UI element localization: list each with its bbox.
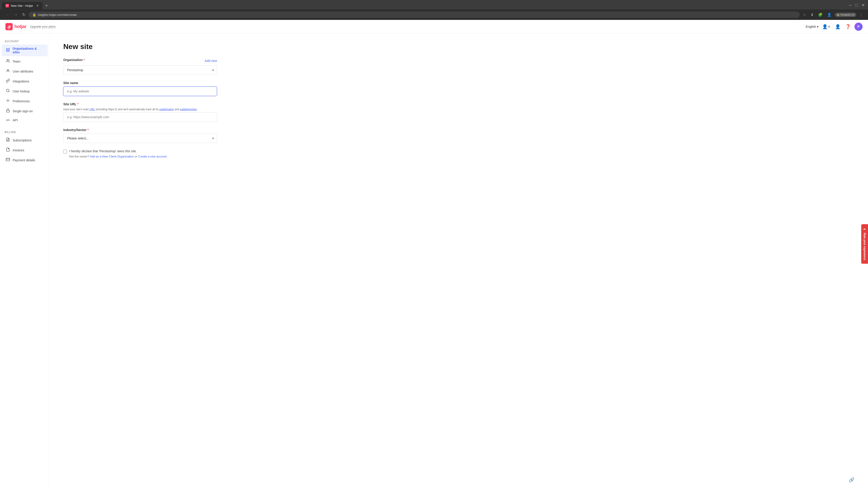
ownership-checkbox-row: I hereby declare that 'Perstashop' owns … [63, 149, 217, 153]
organization-group: Organization * Add new Perstashop ▾ [63, 58, 217, 75]
sidebar-item-label: Integrations [13, 79, 29, 83]
language-label: English [806, 25, 816, 29]
organization-select-wrapper: Perstashop ▾ [63, 65, 217, 75]
maximize-button[interactable]: □ [854, 2, 859, 8]
sidebar-item-label: Organizations & sites [12, 47, 44, 54]
url-link[interactable]: URL [90, 108, 95, 111]
forward-button[interactable]: → [12, 11, 19, 18]
not-owner-text: Not the owner? Add as a New Client Organ… [69, 155, 217, 158]
reload-button[interactable]: ↻ [21, 11, 27, 18]
url-text: insights.hotjar.com/site/create [38, 13, 76, 17]
industry-select[interactable]: Please select... [63, 133, 217, 143]
organization-label-row: Organization * Add new [63, 58, 217, 64]
sidebar-item-user-lookup[interactable]: User lookup [2, 86, 48, 96]
sidebar-item-user-attributes[interactable]: User attributes [2, 66, 48, 76]
rate-experience-sidebar[interactable]: ✏ Rate your experience [861, 224, 868, 264]
sidebar-item-label: User attributes [13, 70, 33, 73]
ownership-group: I hereby declare that 'Perstashop' owns … [63, 149, 217, 158]
browser-tab[interactable]: H New Site - Hotjar ✕ [2, 2, 42, 9]
new-tab-button[interactable]: + [43, 2, 50, 9]
add-user-icon: 👤 [835, 24, 841, 29]
svg-point-7 [7, 69, 8, 71]
tab-title: New Site - Hotjar [11, 4, 33, 7]
sidebar-item-invoices[interactable]: Invoices [2, 145, 48, 155]
sidebar-item-label: Payment details [13, 158, 35, 162]
incognito-icon: 🕵️ [837, 13, 840, 16]
create-account-link[interactable]: Create a new account [138, 155, 166, 158]
svg-rect-1 [6, 48, 7, 50]
svg-point-8 [6, 89, 9, 92]
hotjar-logo[interactable]: hotjar [5, 23, 26, 30]
organization-label: Organization * [63, 58, 85, 62]
menu-button[interactable]: ⋮ [858, 12, 864, 18]
sidebar-item-preferences[interactable]: Preferences [2, 96, 48, 106]
close-button[interactable]: ✕ [860, 2, 866, 8]
sidebar-item-label: Invoices [13, 149, 24, 152]
svg-rect-3 [6, 50, 7, 51]
sidebar: Account Organizations & sites Team User … [0, 33, 50, 488]
sidebar-item-team[interactable]: Team [2, 57, 48, 66]
sidebar-item-integrations[interactable]: Integrations [2, 76, 48, 86]
tab-close-button[interactable]: ✕ [36, 4, 39, 7]
help-button[interactable]: ❓ [844, 23, 852, 30]
address-bar[interactable]: 🔒 insights.hotjar.com/site/create [29, 11, 800, 18]
sidebar-item-org-sites[interactable]: Organizations & sites [2, 44, 48, 56]
user-lookup-icon [5, 89, 10, 94]
sidebar-item-label: Team [13, 60, 20, 63]
svg-rect-2 [8, 48, 9, 50]
sidebar-item-label: Preferences [13, 99, 30, 103]
sidebar-item-label: Single sign-on [13, 109, 33, 113]
minimize-button[interactable]: ─ [847, 2, 853, 8]
invite-button[interactable]: 👤+ [821, 23, 831, 30]
sidebar-item-label: API [13, 119, 18, 122]
back-button[interactable]: ← [4, 11, 10, 18]
extensions-button[interactable]: 🧩 [817, 12, 824, 18]
add-user-button[interactable]: 👤 [834, 23, 842, 30]
ownership-checkbox[interactable] [63, 150, 67, 153]
sidebar-item-subscriptions[interactable]: Subscriptions [2, 135, 48, 145]
industry-group: Industry/Sector * Please select... ▾ [63, 128, 217, 143]
svg-rect-13 [6, 158, 10, 161]
industry-select-wrapper: Please select... ▾ [63, 133, 217, 143]
sidebar-item-api[interactable]: </> API [2, 116, 48, 124]
download-button[interactable]: ⬇ [809, 12, 815, 18]
subscriptions-icon [5, 138, 10, 143]
site-url-helper: Input your site's main URL (including ht… [63, 108, 217, 111]
bookmark-button[interactable]: ☆ [802, 12, 807, 18]
help-icon: ❓ [845, 24, 851, 29]
site-name-input[interactable] [63, 87, 217, 96]
subdomains-link[interactable]: subdomains [159, 108, 174, 111]
subdirectories-link[interactable]: subdirectories [180, 108, 197, 111]
sidebar-item-sso[interactable]: Single sign-on [2, 106, 48, 116]
site-url-input[interactable] [63, 112, 217, 122]
payment-icon [5, 158, 10, 163]
sidebar-item-payment[interactable]: Payment details [2, 155, 48, 165]
language-selector[interactable]: English ▾ [806, 25, 818, 29]
user-avatar[interactable]: P [855, 23, 863, 31]
incognito-badge: 🕵️ Incognito (2) [835, 13, 856, 17]
svg-point-9 [7, 100, 8, 101]
add-new-link[interactable]: Add new [205, 59, 217, 63]
api-icon: </> [5, 119, 10, 122]
ownership-checkbox-label: I hereby declare that 'Perstashop' owns … [69, 149, 137, 153]
topbar: hotjar Upgrade your plans English ▾ 👤+ 👤… [0, 20, 868, 33]
site-url-label: Site URL * [63, 102, 217, 106]
team-icon [5, 59, 10, 64]
invoices-icon [5, 148, 10, 153]
sidebar-item-label: Subscriptions [13, 138, 32, 142]
share-link-icon[interactable]: 🔗 [849, 477, 855, 483]
rate-label: Rate your experience [863, 233, 866, 260]
upgrade-link[interactable]: Upgrade your plans [30, 25, 56, 29]
svg-rect-10 [6, 110, 9, 112]
preferences-icon [5, 98, 10, 104]
svg-point-5 [7, 59, 8, 61]
svg-rect-0 [5, 23, 13, 30]
add-client-link[interactable]: Add as a New Client Organization [90, 155, 134, 158]
new-site-form: Organization * Add new Perstashop ▾ Site… [63, 58, 217, 158]
tab-favicon: H [5, 4, 9, 7]
profile-button[interactable]: 👤 [826, 12, 833, 18]
organization-select[interactable]: Perstashop [63, 65, 217, 75]
main-content: New site Organization * Add new Perstash… [50, 33, 868, 488]
app-layout: Account Organizations & sites Team User … [0, 33, 868, 488]
site-name-label: Site name [63, 81, 217, 85]
